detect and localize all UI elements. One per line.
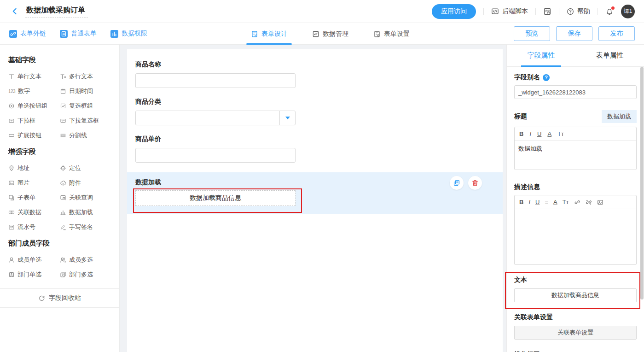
canvas-field-product-category[interactable]: 商品分类 <box>135 98 494 125</box>
link-icon[interactable] <box>574 199 580 205</box>
title-field-tag[interactable]: 数据加载 <box>602 110 637 123</box>
tab-form-settings-label: 表单设置 <box>384 30 410 38</box>
underline-button[interactable]: U <box>535 199 540 205</box>
delete-field-button[interactable] <box>468 176 482 190</box>
italic-button[interactable]: I <box>528 199 530 205</box>
notification-bell-button[interactable] <box>605 7 614 16</box>
select-value <box>136 111 279 125</box>
product-price-input[interactable] <box>135 148 296 163</box>
field-item-label: 日期时间 <box>69 87 93 95</box>
field-alias-input[interactable] <box>514 85 637 99</box>
publish-button[interactable]: 发布 <box>598 26 635 41</box>
backend-script-button[interactable]: 后端脚本 <box>491 7 528 16</box>
field-item[interactable]: 地址 <box>8 161 60 176</box>
tab-field-properties[interactable]: 字段属性 <box>507 45 575 66</box>
field-item[interactable]: 子表单 <box>8 190 60 205</box>
preview-button[interactable]: 预览 <box>514 26 550 41</box>
dropdown-icon <box>8 117 15 124</box>
field-item[interactable]: 附件 <box>60 176 111 190</box>
form-settings-icon <box>373 30 381 38</box>
org-contacts-button[interactable] <box>543 7 551 16</box>
field-item[interactable]: 成员多选 <box>60 252 111 267</box>
linked-query-icon <box>60 194 66 201</box>
field-item[interactable]: 关联查询 <box>60 190 111 205</box>
data-permission-button[interactable]: 数据权限 <box>110 29 147 38</box>
selected-field-data-load[interactable]: 数据加载 数据加载商品信息 <box>127 172 503 214</box>
title-label: 标题 <box>514 112 527 121</box>
data-load-trigger-button[interactable]: 数据加载商品信息 <box>135 190 296 206</box>
field-item[interactable]: 复选框组 <box>60 99 111 113</box>
field-item[interactable]: 数据加载 <box>60 205 111 220</box>
divider <box>483 8 484 15</box>
field-item[interactable]: 关联数据 <box>8 205 60 220</box>
text-setting-section: 文本 数据加载商品信息 <box>514 276 637 302</box>
font-size-button[interactable]: Tт <box>557 131 564 137</box>
tab-data-manage-label: 数据管理 <box>323 30 348 38</box>
copy-field-button[interactable] <box>450 176 464 190</box>
field-item[interactable]: 成员单选 <box>8 252 60 267</box>
title-editor-content[interactable]: 数据加载 <box>515 141 636 170</box>
help-button[interactable]: 帮助 <box>567 7 590 16</box>
field-item[interactable]: 日期时间 <box>60 84 111 99</box>
field-item[interactable]: 123数字 <box>8 84 60 99</box>
avatar[interactable]: 谭1 <box>621 5 635 18</box>
font-size-button[interactable]: Tт <box>563 199 569 205</box>
recycle-label: 字段回收站 <box>49 294 81 302</box>
tab-form-settings[interactable]: 表单设置 <box>373 23 410 45</box>
field-item[interactable]: 部门多选 <box>60 267 111 282</box>
external-link-button[interactable]: 表单外链 <box>9 29 46 38</box>
field-item[interactable]: 多行文本 <box>60 69 111 84</box>
canvas-field-product-name[interactable]: 商品名称 <box>135 60 494 88</box>
bold-button[interactable]: B <box>519 131 523 137</box>
app-access-button[interactable]: 应用访问 <box>432 4 476 19</box>
divider-icon <box>60 132 66 139</box>
italic-button[interactable]: I <box>529 131 531 137</box>
tab-data-manage[interactable]: 数据管理 <box>312 23 348 45</box>
inspector-scrollbar[interactable] <box>640 67 644 299</box>
plain-form-button[interactable]: 普通表单 <box>60 29 97 38</box>
description-editor-content[interactable] <box>515 209 636 264</box>
canvas-field-product-price[interactable]: 商品单价 <box>135 135 494 163</box>
bold-button[interactable]: B <box>519 199 523 205</box>
property-inspector: 字段属性 表单属性 字段别名 ? 标题 数据加载 B I U A Tт <box>506 45 644 352</box>
back-button[interactable] <box>11 7 19 15</box>
related-form-settings-button[interactable]: 关联表单设置 <box>514 326 637 340</box>
field-item-label: 子表单 <box>17 194 35 202</box>
save-button[interactable]: 保存 <box>556 26 592 41</box>
data-permission-label: 数据权限 <box>122 29 147 38</box>
extend-button-icon <box>8 132 15 139</box>
product-name-input[interactable] <box>135 73 296 88</box>
tab-form-properties[interactable]: 表单属性 <box>575 45 644 66</box>
field-item[interactable]: 流水号 <box>8 220 60 235</box>
alias-help-icon[interactable]: ? <box>543 74 550 81</box>
form-design-icon <box>251 30 258 38</box>
field-item-label: 数字 <box>18 87 30 95</box>
field-item[interactable]: 下拉复选框 <box>60 113 111 128</box>
text-value-button[interactable]: 数据加载商品信息 <box>514 288 637 302</box>
field-item[interactable]: 扩展按钮 <box>8 128 60 143</box>
tab-form-design[interactable]: 表单设计 <box>251 23 287 45</box>
annotation-red-box-canvas <box>133 188 302 213</box>
field-item[interactable]: 部门单选 <box>8 267 60 282</box>
field-recycle-bin-button[interactable]: 字段回收站 <box>0 289 119 308</box>
sub-toolbar: 表单外链 普通表单 数据权限 表单设计 数据管理 表单设置 预览 保存 发布 <box>0 23 644 45</box>
font-color-button[interactable]: A <box>553 199 557 205</box>
field-item[interactable]: 图片 <box>8 176 60 190</box>
field-item[interactable]: 单选按钮组 <box>8 99 60 113</box>
field-item[interactable]: 手写签名 <box>60 220 111 235</box>
unlink-icon[interactable] <box>586 199 592 205</box>
field-item[interactable]: 下拉框 <box>8 113 60 128</box>
field-item[interactable]: 单行文本 <box>8 69 60 84</box>
field-item[interactable]: 分割线 <box>60 128 111 143</box>
align-button[interactable]: ≡ <box>545 199 548 205</box>
field-item-label: 地址 <box>17 164 29 172</box>
data-permission-icon <box>110 30 118 38</box>
select-arrow-button[interactable] <box>279 111 295 125</box>
field-item[interactable]: 定位 <box>60 161 111 176</box>
plain-form-label: 普通表单 <box>71 29 97 38</box>
field-label: 数据加载 <box>135 178 494 187</box>
insert-image-icon[interactable] <box>597 199 603 205</box>
product-category-select[interactable] <box>135 111 296 125</box>
font-color-button[interactable]: A <box>547 131 551 137</box>
underline-button[interactable]: U <box>537 131 541 137</box>
